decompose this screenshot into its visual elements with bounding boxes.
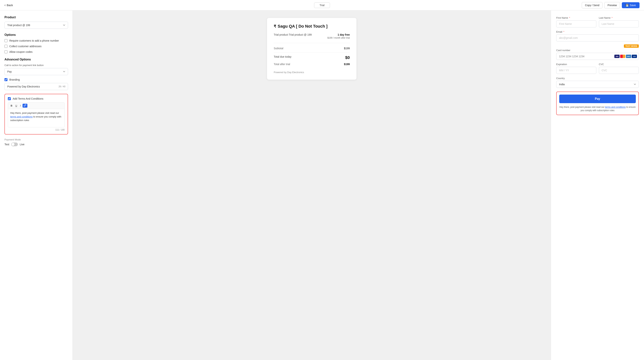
expiration-label: Expiration <box>556 63 596 66</box>
total-today-label: Total due today <box>274 55 292 60</box>
options-section: Options Require customers to add a phone… <box>4 33 68 53</box>
toggle-knob <box>12 143 14 146</box>
back-label: Back <box>7 4 13 7</box>
country-select[interactable]: India <box>556 81 639 88</box>
branding-counter: 26 / 40 <box>58 85 66 88</box>
terms-note-link[interactable]: terms and conditions <box>605 106 626 108</box>
terms-title: Add Terms And Conditions <box>13 97 44 100</box>
powered-by: Powered by Day Electronics <box>274 71 350 74</box>
last-name-input[interactable] <box>599 20 639 28</box>
product-name: Trial product Trial product @ 199 <box>274 33 312 36</box>
payment-mode-section: Payment Mode Test Live <box>4 138 68 146</box>
editor-toolbar: B U I <box>8 102 65 109</box>
email-input[interactable] <box>556 34 639 42</box>
test-mode-area: TEST MODE <box>556 44 639 49</box>
address-option-checkbox[interactable] <box>4 45 8 48</box>
back-arrow-icon: ‹ <box>4 3 6 7</box>
email-required: * <box>563 31 564 33</box>
terms-content-before: Hey there, post payment please visit rea… <box>10 112 59 114</box>
last-name-group: Last Name * <box>599 17 639 28</box>
center-panel: ₹ Sagu QA [ Do Not Touch ] Trial product… <box>73 11 551 360</box>
test-label: Test <box>4 143 9 146</box>
cta-label: Call to action for payment link button <box>4 64 68 67</box>
total-today-row: Total due today $0 <box>274 55 350 60</box>
save-label: Save <box>630 4 636 7</box>
terms-checkbox[interactable] <box>8 97 11 100</box>
toolbar-link-button[interactable] <box>22 104 28 108</box>
branding-row[interactable]: Branding <box>4 78 68 81</box>
terms-note-before: Hey there, post payment please visit rea… <box>560 106 605 108</box>
expiration-group: Expiration <box>556 63 596 74</box>
total-today-value: $0 <box>345 55 350 60</box>
visa-icon: VISA <box>614 55 620 58</box>
country-label: Country <box>556 77 639 80</box>
card-number-label: Card number <box>556 49 639 52</box>
nav-center: Trial <box>314 4 330 7</box>
back-button[interactable]: ‹ Back <box>4 3 13 7</box>
toolbar-underline-button[interactable]: U <box>14 104 18 107</box>
terms-link[interactable]: terms and conditions <box>10 115 32 118</box>
terms-note: Hey there, post payment please visit rea… <box>559 105 636 112</box>
after-trial-label: $199 / month after trial <box>328 37 350 39</box>
cta-select[interactable]: Pay <box>4 68 68 75</box>
product-select[interactable]: Trial product @ 199 <box>4 22 68 29</box>
right-panel: First Name * Last Name * Email * TEST M <box>551 11 644 360</box>
save-icon: 💾 <box>626 4 629 7</box>
phone-option-row[interactable]: Require customers to add a phone number <box>4 39 68 42</box>
advanced-title: Advanced Options <box>4 58 68 61</box>
first-name-input[interactable] <box>556 20 596 28</box>
terms-header: Add Terms And Conditions <box>8 97 65 100</box>
card-brand: ₹ Sagu QA [ Do Not Touch ] <box>274 24 350 29</box>
product-section-title: Product <box>4 16 68 19</box>
email-label: Email * <box>556 31 639 33</box>
toggle-row: Test Live <box>4 143 68 146</box>
cvc-input[interactable] <box>599 67 639 74</box>
link-icon <box>24 104 26 107</box>
card-number-group: Card number VISA AMEX JCB <box>556 49 639 60</box>
toolbar-italic-button[interactable]: I <box>19 104 22 107</box>
toolbar-bold-button[interactable]: B <box>10 104 14 107</box>
pay-button-wrap: Pay Hey there, post payment please visit… <box>556 92 639 115</box>
nav-left: ‹ Back <box>4 3 13 7</box>
expiration-input[interactable] <box>556 67 596 74</box>
terms-editor[interactable]: Hey there, post payment please visit rea… <box>8 109 65 127</box>
options-title: Options <box>4 33 68 37</box>
product-pricing: 1 day free $199 / month after trial <box>328 33 350 39</box>
product-line: Trial product Trial product @ 199 1 day … <box>274 33 350 43</box>
left-panel: Product Trial product @ 199 Options Requ… <box>0 11 73 360</box>
last-name-label: Last Name * <box>599 17 639 19</box>
branding-checkbox[interactable] <box>4 78 8 81</box>
subtotal-label: Subtotal <box>274 47 283 50</box>
email-group: Email * <box>556 31 639 42</box>
rupee-icon: ₹ <box>274 24 276 29</box>
pay-button[interactable]: Pay <box>559 95 636 103</box>
coupon-option-row[interactable]: Allow coupon codes <box>4 50 68 53</box>
preview-button[interactable]: Preview <box>604 2 620 9</box>
mastercard-icon <box>620 55 625 58</box>
payment-card: ₹ Sagu QA [ Do Not Touch ] Trial product… <box>267 18 356 80</box>
test-mode-badge: TEST MODE <box>624 44 639 48</box>
total-after-row: Total after trial $199 <box>274 63 350 66</box>
live-label: Live <box>20 143 24 146</box>
first-name-required: * <box>569 17 570 19</box>
coupon-option-checkbox[interactable] <box>4 50 8 53</box>
country-group: Country India <box>556 77 639 92</box>
advanced-section: Advanced Options Call to action for paym… <box>4 58 68 90</box>
brand-name: Sagu QA [ Do Not Touch ] <box>278 24 328 29</box>
branding-label: Branding <box>9 78 20 81</box>
phone-option-checkbox[interactable] <box>4 39 8 42</box>
main-layout: Product Trial product @ 199 Options Requ… <box>0 11 644 360</box>
save-button[interactable]: 💾 Save <box>622 2 640 8</box>
trial-badge: Trial <box>314 3 330 8</box>
branding-input-wrap: 26 / 40 <box>4 83 68 90</box>
first-name-label: First Name * <box>556 17 596 19</box>
last-name-required: * <box>612 17 612 19</box>
copy-send-button[interactable]: Copy / Send <box>582 2 602 9</box>
amex-icon: AMEX <box>626 55 631 58</box>
total-after-label: Total after trial <box>274 63 290 66</box>
address-option-row[interactable]: Collect customer addresses <box>4 45 68 48</box>
payment-mode-toggle[interactable] <box>11 143 18 146</box>
exp-cvc-row: Expiration CVC <box>556 63 639 74</box>
subtotal-row: Subtotal $199 <box>274 47 350 50</box>
card-number-wrap: VISA AMEX JCB <box>556 53 639 60</box>
